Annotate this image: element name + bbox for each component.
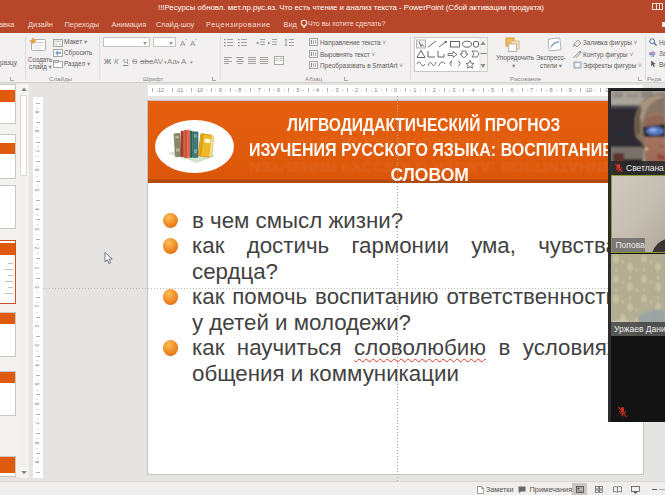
svg-text:ab: ab bbox=[649, 50, 656, 56]
